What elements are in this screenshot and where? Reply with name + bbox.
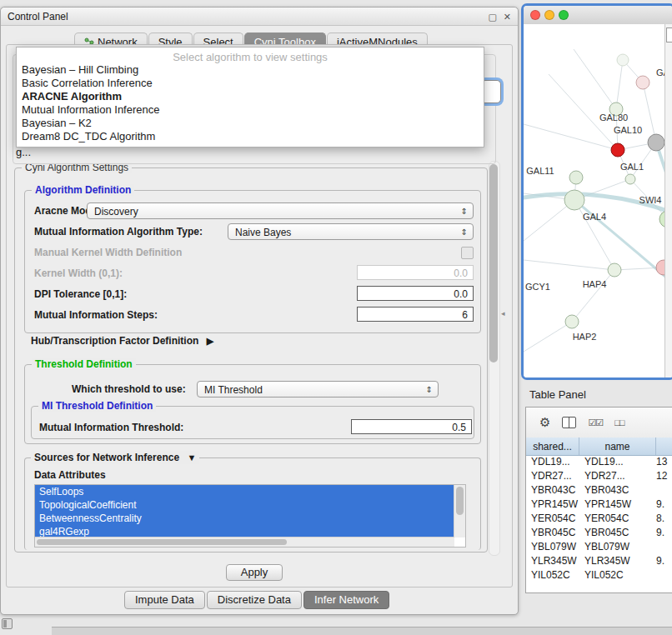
attributes-hscroll-thumb[interactable] (37, 539, 287, 545)
table-toolbar: ⚙ ☑☑ □□ (526, 408, 672, 438)
aracne-mode-select[interactable]: Discovery ⇕ (87, 202, 474, 219)
algorithm-dropdown-popup: Select algorithm to view settings Bayesi… (16, 47, 484, 148)
table-cell (656, 540, 672, 554)
table-row[interactable]: YDR27...YDR27...12 (526, 469, 672, 483)
network-node[interactable] (611, 143, 624, 157)
network-graph[interactable]: GALGAL80GAL10GAL11GAL1SWI4GAL4GCY1HAP4YH… (524, 24, 672, 379)
tab-infer-network[interactable]: Infer Network (303, 591, 389, 609)
network-side-strip (664, 24, 672, 378)
algorithm-option[interactable]: Basic Correlation Inference (17, 77, 484, 90)
dpi-tolerance-label: DPI Tolerance [0,1]: (34, 288, 127, 301)
group-title: Algorithm Definition (32, 184, 134, 196)
table-cell (656, 483, 672, 498)
zoom-button[interactable] (559, 10, 569, 20)
attribute-item[interactable]: BetweennessCentrality (35, 512, 454, 525)
which-threshold-select[interactable]: MI Threshold ⇕ (197, 381, 439, 398)
network-view-window[interactable]: GALGAL80GAL10GAL11GAL1SWI4GAL4GCY1HAP4YH… (521, 3, 672, 380)
table-row[interactable]: YLR345WYLR345W9. (526, 554, 672, 568)
kernel-width-field[interactable]: 0.0 (357, 265, 474, 280)
algorithm-option[interactable]: Bayesian – K2 (17, 117, 484, 130)
hub-definition-label: Hub/Transcription Factor Definition (31, 335, 198, 347)
window-title: Control Panel (8, 11, 481, 22)
settings-scrollbar-thumb[interactable] (489, 164, 498, 362)
float-window-icon[interactable]: ▢ (488, 12, 496, 22)
chevron-right-icon: ▶ (207, 336, 213, 346)
network-node-label: GCY1 (525, 282, 550, 292)
table-row[interactable]: YIL052CYIL052C (526, 568, 672, 582)
network-node[interactable] (608, 263, 621, 277)
minimize-button[interactable] (544, 10, 554, 20)
table-cell: YER054C (526, 512, 579, 526)
manual-kernel-checkbox[interactable] (461, 247, 474, 259)
column-header-shared[interactable]: shared... (526, 438, 579, 455)
attributes-vscrollbar[interactable] (454, 485, 465, 538)
network-node[interactable] (565, 315, 579, 328)
algorithm-option[interactable]: Dream8 DC_TDC Algorithm (17, 130, 484, 143)
network-node[interactable] (564, 190, 584, 210)
table-row[interactable]: YER054CYER054C8. (526, 512, 672, 526)
mi-threshold-field[interactable]: 0.5 (351, 419, 472, 434)
which-threshold-label: Which threshold to use: (72, 382, 186, 396)
table-body: YDL19...YDL19...13YDR27...YDR27...12YBR0… (526, 455, 672, 592)
algorithm-placeholder-option[interactable]: Select algorithm to view settings (17, 51, 484, 63)
gear-icon[interactable]: ⚙ (539, 416, 550, 429)
table-cell: YLR345W (579, 554, 656, 568)
network-node[interactable] (569, 171, 583, 184)
panel-splitter-icon[interactable]: ◂ (501, 309, 505, 318)
selected-value: Naive Bayes (235, 227, 291, 238)
network-scroll-box[interactable] (666, 28, 672, 42)
bottom-tabbar: Impute Data Discretize Data Infer Networ… (124, 591, 391, 609)
deselect-all-icon[interactable]: □□ (614, 418, 624, 428)
hub-definition-expander[interactable]: Hub/Transcription Factor Definition ▶ (31, 334, 213, 348)
table-cell: 12 (656, 469, 672, 483)
attribute-item[interactable]: SelfLoops (35, 485, 454, 498)
close-window-icon[interactable]: ✕ (504, 12, 511, 22)
tab-discretize-data[interactable]: Discretize Data (207, 591, 302, 609)
algorithm-option[interactable]: Mutual Information Inference (17, 103, 484, 117)
table-row[interactable]: YBL079WYBL079W (526, 540, 672, 554)
table-panel-box: ⚙ ☑☑ □□ shared... name YDL19...YDL19...1… (525, 407, 672, 593)
table-cell: YBR043C (526, 483, 579, 498)
network-canvas[interactable]: GALGAL80GAL10GAL11GAL1SWI4GAL4GCY1HAP4YH… (524, 24, 672, 378)
network-node[interactable] (648, 134, 664, 151)
table-cell (656, 568, 672, 582)
chevron-down-icon: ▼ (187, 452, 196, 462)
table-cell: YIL052C (579, 568, 656, 582)
column-header-extra[interactable] (656, 438, 672, 455)
combo-arrows-icon: ⇕ (461, 203, 468, 220)
close-button[interactable] (530, 10, 540, 20)
table-panel: Table Panel ⚙ ☑☑ □□ shared... name YDL19… (524, 385, 672, 635)
attributes-listbox[interactable]: SelfLoopsTopologicalCoefficientBetweenne… (34, 484, 466, 548)
table-row[interactable]: YPR145WYPR145W9. (526, 498, 672, 512)
mi-type-select[interactable]: Naive Bayes ⇕ (228, 223, 474, 240)
select-all-icon[interactable]: ☑☑ (588, 418, 603, 428)
table-row[interactable]: YBR043CYBR043C (526, 483, 672, 498)
panel-corner-icon[interactable] (2, 618, 13, 629)
network-window-titlebar[interactable] (524, 6, 672, 25)
combo-arrows-icon: ⇕ (426, 382, 433, 398)
network-node-label: GAL80 (599, 112, 628, 122)
table-cell: YER054C (579, 512, 656, 526)
table-panel-title: Table Panel (529, 388, 586, 401)
attributes-vscroll-thumb[interactable] (456, 487, 464, 515)
table-row[interactable]: YBR045CYBR045C9. (526, 526, 672, 540)
columns-icon[interactable] (562, 417, 576, 428)
table-row[interactable]: YDL19...YDL19...13 (526, 455, 672, 469)
sources-expander[interactable]: Sources for Network Inference ▼ (31, 451, 199, 464)
apply-button[interactable]: Apply (226, 564, 283, 581)
network-node[interactable] (617, 54, 629, 66)
algorithm-option[interactable]: Bayesian – Hill Climbing (17, 63, 484, 77)
attribute-item[interactable]: TopologicalCoefficient (35, 498, 454, 512)
tab-impute-data[interactable]: Impute Data (124, 591, 205, 609)
control-panel-titlebar[interactable]: Control Panel ▢ ✕ (1, 8, 518, 26)
mi-steps-field[interactable]: 6 (357, 307, 474, 322)
network-node[interactable] (625, 174, 635, 184)
column-header-name[interactable]: name (579, 438, 656, 455)
network-node-label: HAP4 (583, 279, 607, 289)
network-node[interactable] (636, 76, 649, 89)
attributes-hscrollbar[interactable] (35, 537, 454, 547)
manual-kernel-label: Manual Kernel Width Definition (34, 246, 182, 259)
dpi-tolerance-field[interactable]: 0.0 (357, 286, 474, 301)
algorithm-option[interactable]: ARACNE Algorithm (17, 90, 484, 103)
attribute-item[interactable]: gal4RGexp (35, 525, 454, 538)
